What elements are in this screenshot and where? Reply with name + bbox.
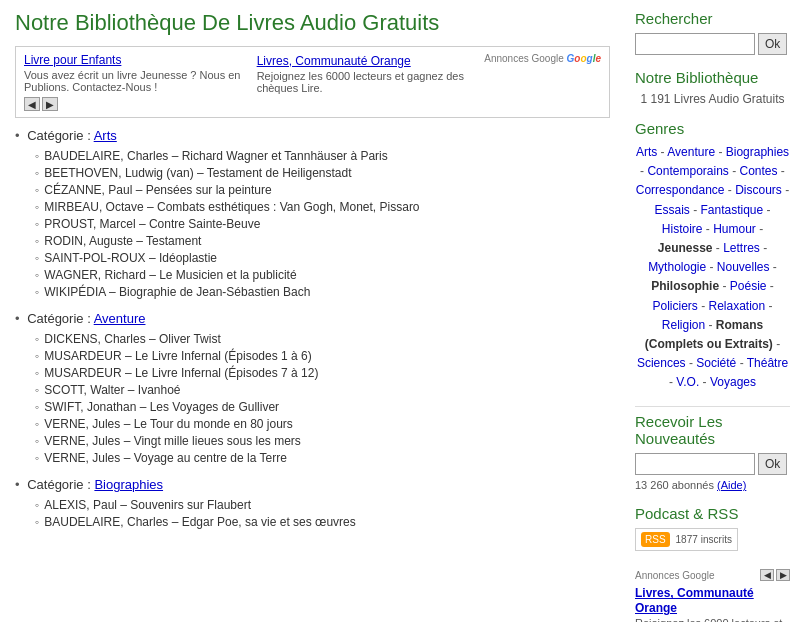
book-title: MUSARDEUR – Le Livre Infernal (Épisodes …	[44, 366, 318, 380]
book-title: VERNE, Jules – Le Tour du monde en 80 jo…	[44, 417, 293, 431]
book-list: BAUDELAIRE, Charles – Richard Wagner et …	[15, 149, 610, 299]
list-item: VERNE, Jules – Voyage au centre de la Te…	[35, 451, 610, 465]
ad-prev-button[interactable]: ◀	[24, 97, 40, 111]
podcast-section: Podcast & RSS RSS 1877 inscrits	[635, 505, 790, 555]
category-link[interactable]: Biographies	[94, 477, 163, 492]
rss-icon: RSS	[641, 532, 670, 547]
book-title: CÉZANNE, Paul – Pensées sur la peinture	[44, 183, 271, 197]
genre-link[interactable]: Essais	[654, 203, 689, 217]
book-title: BEETHOVEN, Ludwig (van) – Testament de H…	[44, 166, 351, 180]
genre-link[interactable]: Aventure	[667, 145, 715, 159]
genre-link[interactable]: Policiers	[652, 299, 697, 313]
genre-link[interactable]: Société	[696, 356, 736, 370]
bullet: •	[15, 311, 20, 326]
email-submit-button[interactable]: Ok	[758, 453, 787, 475]
page-title: Notre Bibliothèque De Livres Audio Gratu…	[15, 10, 610, 36]
list-item: BAUDELAIRE, Charles – Edgar Poe, sa vie …	[35, 515, 610, 529]
genre-link[interactable]: Voyages	[710, 375, 756, 389]
book-title: BAUDELAIRE, Charles – Richard Wagner et …	[44, 149, 388, 163]
categories-container: • Catégorie : ArtsBAUDELAIRE, Charles – …	[15, 128, 610, 529]
search-title: Rechercher	[635, 10, 790, 27]
genre-link[interactable]: Contemporains	[647, 164, 728, 178]
book-title: MUSARDEUR – Le Livre Infernal (Épisodes …	[44, 349, 311, 363]
genre-link[interactable]: V.O.	[676, 375, 699, 389]
genre-link[interactable]: Histoire	[662, 222, 703, 236]
list-item: BEETHOVEN, Ludwig (van) – Testament de H…	[35, 166, 610, 180]
sidebar-ad-content: Livres, Communauté Orange Rejoignez les …	[635, 585, 790, 622]
genre-link[interactable]: Lettres	[723, 241, 760, 255]
genres-box: Arts - Aventure - Biographies - Contempo…	[635, 143, 790, 392]
genre-link[interactable]: Biographies	[726, 145, 789, 159]
genre-link[interactable]: Poésie	[730, 279, 767, 293]
category-header: • Catégorie : Biographies	[15, 477, 610, 492]
sidebar-ad-link[interactable]: Livres, Communauté Orange	[635, 586, 754, 615]
genre-item: Philosophie	[651, 279, 719, 293]
search-button[interactable]: Ok	[758, 33, 787, 55]
list-item: VERNE, Jules – Le Tour du monde en 80 jo…	[35, 417, 610, 431]
category-section: • Catégorie : ArtsBAUDELAIRE, Charles – …	[15, 128, 610, 299]
ad-left-desc: Vous avez écrit un livre Jeunesse ? Nous…	[24, 69, 242, 93]
genre-link[interactable]: Mythologie	[648, 260, 706, 274]
genre-link[interactable]: Nouvelles	[717, 260, 770, 274]
book-title: PROUST, Marcel – Contre Sainte-Beuve	[44, 217, 260, 231]
category-link[interactable]: Aventure	[94, 311, 146, 326]
book-title: VERNE, Jules – Vingt mille lieues sous l…	[44, 434, 301, 448]
list-item: RODIN, Auguste – Testament	[35, 234, 610, 248]
divider	[635, 406, 790, 407]
ad-left-link[interactable]: Livre pour Enfants	[24, 53, 121, 67]
genre-link[interactable]: Discours	[735, 183, 782, 197]
genre-link[interactable]: Arts	[636, 145, 657, 159]
category-header: • Catégorie : Arts	[15, 128, 610, 143]
genre-item: Jeunesse	[658, 241, 713, 255]
sidebar-ad-google-label: Annonces Google	[635, 570, 715, 581]
search-input[interactable]	[635, 33, 755, 55]
list-item: SWIFT, Jonathan – Les Voyages de Gullive…	[35, 400, 610, 414]
list-item: MUSARDEUR – Le Livre Infernal (Épisodes …	[35, 366, 610, 380]
top-ad-banner: Livre pour Enfants Vous avez écrit un li…	[15, 46, 610, 118]
genres-title: Genres	[635, 120, 790, 137]
genre-link[interactable]: Contes	[740, 164, 778, 178]
genre-link[interactable]: Correspondance	[636, 183, 725, 197]
list-item: DICKENS, Charles – Oliver Twist	[35, 332, 610, 346]
genre-link[interactable]: Relaxation	[708, 299, 765, 313]
list-item: MUSARDEUR – Le Livre Infernal (Épisodes …	[35, 349, 610, 363]
book-title: VERNE, Jules – Voyage au centre de la Te…	[44, 451, 287, 465]
aide-link[interactable]: (Aide)	[717, 479, 746, 491]
sidebar-ad-next-button[interactable]: ▶	[776, 569, 790, 581]
genre-link[interactable]: Religion	[662, 318, 705, 332]
email-row: Ok	[635, 453, 790, 475]
list-item: PROUST, Marcel – Contre Sainte-Beuve	[35, 217, 610, 231]
genre-link[interactable]: Fantastique	[700, 203, 763, 217]
ad-left: Livre pour Enfants Vous avez écrit un li…	[24, 53, 242, 111]
sidebar-ad-nav: ◀ ▶	[760, 569, 790, 581]
list-item: MIRBEAU, Octave – Combats esthétiques : …	[35, 200, 610, 214]
genre-link[interactable]: Humour	[713, 222, 756, 236]
genre-link[interactable]: Théâtre	[747, 356, 788, 370]
list-item: SCOTT, Walter – Ivanhoé	[35, 383, 610, 397]
ad-next-button[interactable]: ▶	[42, 97, 58, 111]
list-item: VERNE, Jules – Vingt mille lieues sous l…	[35, 434, 610, 448]
ad-right-link[interactable]: Livres, Communauté Orange	[257, 54, 411, 68]
list-item: WAGNER, Richard – Le Musicien et la publ…	[35, 268, 610, 282]
right-sidebar: Rechercher Ok Notre Bibliothèque 1 191 L…	[625, 0, 800, 622]
list-item: CÉZANNE, Paul – Pensées sur la peinture	[35, 183, 610, 197]
category-header: • Catégorie : Aventure	[15, 311, 610, 326]
library-section: Notre Bibliothèque 1 191 Livres Audio Gr…	[635, 69, 790, 106]
email-input[interactable]	[635, 453, 755, 475]
book-title: SCOTT, Walter – Ivanhoé	[44, 383, 180, 397]
search-box: Ok	[635, 33, 790, 55]
category-link[interactable]: Arts	[94, 128, 117, 143]
nouveautes-section: Recevoir Les Nouveautés Ok 13 260 abonné…	[635, 413, 790, 491]
podcast-title: Podcast & RSS	[635, 505, 790, 522]
subscribers-text: 13 260 abonnés (Aide)	[635, 479, 790, 491]
rss-row: RSS 1877 inscrits	[635, 528, 790, 555]
book-list: DICKENS, Charles – Oliver TwistMUSARDEUR…	[15, 332, 610, 465]
category-section: • Catégorie : AventureDICKENS, Charles –…	[15, 311, 610, 465]
bullet: •	[15, 128, 20, 143]
genre-link[interactable]: Sciences	[637, 356, 686, 370]
ad-nav: ◀ ▶	[24, 97, 242, 111]
search-section: Rechercher Ok	[635, 10, 790, 55]
sidebar-ad-prev-button[interactable]: ◀	[760, 569, 774, 581]
book-title: MIRBEAU, Octave – Combats esthétiques : …	[44, 200, 419, 214]
bullet: •	[15, 477, 20, 492]
